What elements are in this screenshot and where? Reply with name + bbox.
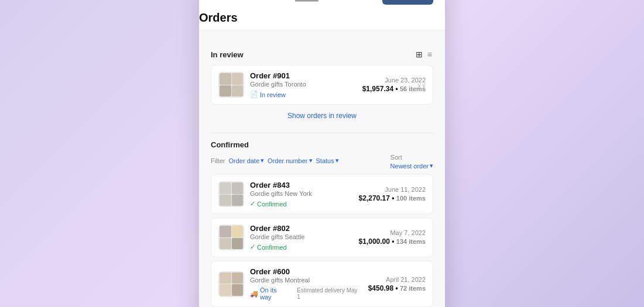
view-toggle: ⊞ ≡ <box>415 49 433 60</box>
order-img-grid <box>220 182 243 206</box>
confirmed-status: ✓ Confirmed <box>250 200 287 208</box>
order-meta: June 23, 2022 $1,957.34 • 56 items <box>362 77 426 93</box>
order-card[interactable]: Order #901 Gordie gifts Toronto 📄 In rev… <box>211 65 433 105</box>
img-tile-2 <box>232 182 244 194</box>
order-image-843 <box>218 181 244 207</box>
order-image-802 <box>218 225 244 250</box>
order-items: 72 items <box>400 285 426 292</box>
confirmed-header: Confirmed <box>211 140 433 149</box>
truck-icon: 🚚 <box>250 290 258 298</box>
page-title: Orders <box>199 3 445 31</box>
filter-status-button[interactable]: Status ▾ <box>316 157 339 164</box>
dot-separator: • <box>392 237 396 246</box>
order-img-grid <box>220 226 243 249</box>
order-date: May 7, 2022 <box>359 229 426 236</box>
img-tile-4 <box>232 284 244 296</box>
filter-order-date-button[interactable]: Order date ▾ <box>228 157 264 164</box>
filter-status-label: Status <box>316 157 334 164</box>
order-number: Order #843 <box>250 181 353 189</box>
order-price: $2,270.17 • 100 items <box>359 194 426 202</box>
order-card-600[interactable]: Order #600 Gordie gifts Montreal 🚚 On it… <box>211 261 433 307</box>
grid-icon: ⊞ <box>416 50 423 59</box>
img-tile-3 <box>220 238 231 250</box>
order-price: $1,957.34 • 56 items <box>362 85 426 93</box>
order-info: Order #901 Gordie gifts Toronto 📄 In rev… <box>250 71 357 98</box>
order-card-802[interactable]: Order #802 Gordie gifts Seattle ✓ Confir… <box>211 218 433 257</box>
img-tile-1 <box>220 182 231 194</box>
order-status: 📄 In review <box>250 91 357 98</box>
in-review-title: In review <box>211 50 244 59</box>
sort-value: Newest order <box>390 163 429 170</box>
order-description: Gordie gifts New York <box>250 190 353 197</box>
sort-area: Sort Newest order ▾ <box>390 151 433 170</box>
img-tile-3 <box>220 284 231 296</box>
status-label: Confirmed <box>257 244 287 251</box>
order-image-600 <box>218 271 244 297</box>
confirmed-section: Confirmed Filter Order date ▾ Order numb… <box>211 140 433 307</box>
img-tile-2 <box>232 73 244 85</box>
order-image <box>218 72 244 98</box>
show-orders-in-review[interactable]: Show orders in review <box>211 108 433 123</box>
orders-nav[interactable]: Orders <box>295 0 318 1</box>
order-img-grid <box>220 272 243 296</box>
sort-label: Sort <box>390 154 402 161</box>
img-tile-4 <box>232 85 244 97</box>
img-tile-3 <box>220 195 231 206</box>
img-tile-1 <box>220 73 231 85</box>
nav-links: Account ▾ Orders <box>255 0 382 1</box>
list-icon: ≡ <box>427 50 432 59</box>
order-number: Order #901 <box>250 71 357 80</box>
status-label: On its way <box>260 287 290 301</box>
filter-order-number-button[interactable]: Order number ▾ <box>268 157 312 164</box>
main-window: Candle Account ▾ Orders Go to store Orde… <box>199 0 445 307</box>
chevron-down-icon: ▾ <box>335 157 339 164</box>
in-review-section: In review ⊞ ≡ <box>211 49 433 123</box>
chevron-down-icon: ▾ <box>261 157 264 164</box>
go-to-store-button[interactable]: Go to store <box>382 0 433 5</box>
account-label: Account <box>255 0 282 1</box>
img-tile-1 <box>220 272 231 284</box>
dot-separator: • <box>392 194 396 202</box>
content-area: In review ⊞ ≡ <box>211 40 433 307</box>
scroll-indicator: ∨∨ <box>417 81 426 89</box>
confirmed-status: ✓ Confirmed <box>250 243 287 251</box>
dot-separator: • <box>395 85 400 93</box>
checkmark-icon: ✓ <box>250 243 255 251</box>
filter-left: Filter Order date ▾ Order number ▾ Statu… <box>211 157 339 164</box>
order-card-843[interactable]: Order #843 Gordie gifts New York ✓ Confi… <box>211 174 433 214</box>
order-items: 134 items <box>396 238 426 245</box>
img-tile-2 <box>232 272 244 284</box>
order-description: Gordie gifts Montreal <box>250 277 362 284</box>
confirmed-title: Confirmed <box>211 140 249 149</box>
in-review-status: 📄 In review <box>250 91 286 98</box>
in-review-card-wrap: Order #901 Gordie gifts Toronto 📄 In rev… <box>211 65 433 105</box>
order-price: $1,000.00 • 134 items <box>359 237 426 246</box>
order-items: 100 items <box>396 195 426 202</box>
chevron-down-icon: ▾ <box>309 157 313 164</box>
order-description: Gordie gifts Seattle <box>250 233 353 240</box>
in-review-header: In review ⊞ ≡ <box>211 49 433 60</box>
section-divider <box>211 133 433 133</box>
list-view-button[interactable]: ≡ <box>426 49 433 60</box>
filter-label: Filter <box>211 157 225 164</box>
order-date: June 23, 2022 <box>362 77 426 84</box>
img-tile-1 <box>220 226 231 237</box>
order-status: ✓ Confirmed <box>250 243 353 251</box>
order-status: 🚚 On its way Estimated delivery May 1 <box>250 287 362 301</box>
page-content: In review ⊞ ≡ <box>199 31 445 307</box>
order-info-843: Order #843 Gordie gifts New York ✓ Confi… <box>250 181 353 208</box>
account-nav[interactable]: Account ▾ <box>255 0 287 1</box>
img-tile-3 <box>220 85 231 97</box>
grid-view-button[interactable]: ⊞ <box>415 49 424 60</box>
sort-button[interactable]: Newest order ▾ <box>390 162 433 170</box>
checkmark-icon: ✓ <box>250 200 255 208</box>
order-date: April 21, 2022 <box>368 276 426 283</box>
order-info-600: Order #600 Gordie gifts Montreal 🚚 On it… <box>250 267 362 301</box>
status-label: In review <box>260 91 286 98</box>
order-date: June 11, 2022 <box>359 186 426 193</box>
document-icon: 📄 <box>250 91 258 98</box>
price-value: $2,270.17 <box>359 194 390 202</box>
order-status: ✓ Confirmed <box>250 200 353 208</box>
img-tile-4 <box>232 195 244 206</box>
order-meta-843: June 11, 2022 $2,270.17 • 100 items <box>359 186 426 202</box>
